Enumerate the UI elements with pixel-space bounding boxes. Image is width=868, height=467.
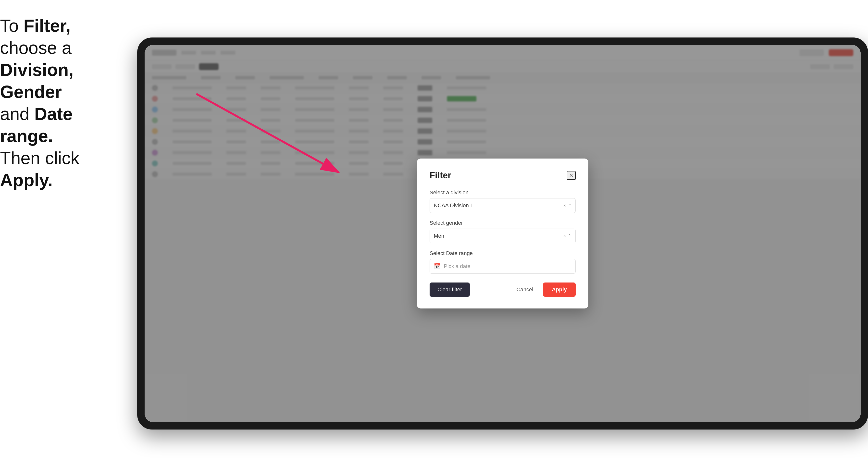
filter-modal: Filter × Select a division NCAA Division… (417, 158, 588, 309)
instruction-line1: To Filter, choose a (0, 16, 71, 58)
apply-button[interactable]: Apply (543, 282, 576, 297)
instruction-bold2: Division, Gender (0, 60, 73, 102)
instruction-text: To Filter, choose a Division, Gender and… (0, 0, 137, 191)
division-clear-icon[interactable]: × (563, 203, 566, 208)
modal-header: Filter × (430, 170, 576, 181)
tablet-frame: Filter × Select a division NCAA Division… (137, 37, 868, 430)
gender-select[interactable]: Men × ⌃ (430, 228, 576, 243)
date-input[interactable]: 📅 Pick a date (430, 259, 576, 274)
cancel-button[interactable]: Cancel (512, 282, 538, 297)
date-placeholder: Pick a date (444, 263, 470, 270)
calendar-icon: 📅 (434, 263, 440, 270)
modal-title: Filter (430, 170, 451, 181)
modal-overlay: Filter × Select a division NCAA Division… (145, 45, 861, 422)
date-form-group: Select Date range 📅 Pick a date (430, 250, 576, 274)
modal-close-button[interactable]: × (567, 171, 576, 180)
gender-clear-icon[interactable]: × (563, 234, 566, 239)
clear-filter-button[interactable]: Clear filter (430, 282, 470, 297)
gender-label: Select gender (430, 220, 576, 226)
modal-footer: Clear filter Cancel Apply (430, 282, 576, 297)
date-label: Select Date range (430, 250, 576, 256)
instruction-line3: and Date range. (0, 104, 72, 146)
gender-select-value: Men (434, 233, 444, 239)
gender-form-group: Select gender Men × ⌃ (430, 220, 576, 243)
division-label: Select a division (430, 189, 576, 196)
division-chevron-icon: ⌃ (568, 203, 571, 208)
instruction-line4: Then click Apply. (0, 148, 80, 190)
division-select-value: NCAA Division I (434, 203, 472, 209)
division-select[interactable]: NCAA Division I × ⌃ (430, 198, 576, 213)
modal-footer-actions: Cancel Apply (512, 282, 576, 297)
gender-chevron-icon: ⌃ (568, 233, 571, 239)
tablet-screen: Filter × Select a division NCAA Division… (145, 45, 861, 422)
division-form-group: Select a division NCAA Division I × ⌃ (430, 189, 576, 213)
